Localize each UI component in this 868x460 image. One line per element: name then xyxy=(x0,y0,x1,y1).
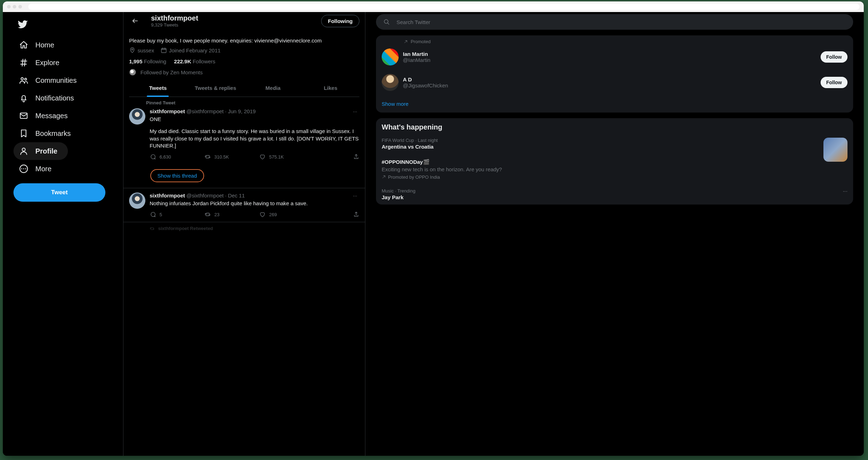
tweet-author-name[interactable]: sixthformpoet xyxy=(150,192,185,199)
people-icon xyxy=(19,76,28,85)
location: sussex xyxy=(129,47,154,53)
trend-item[interactable]: Music · Trending Jay Park ··· xyxy=(376,184,541,205)
nav-communities[interactable]: Communities xyxy=(13,71,115,89)
tweet-date[interactable]: Jun 9, 2019 xyxy=(228,108,255,114)
window-max-dot[interactable] xyxy=(18,5,22,8)
tweet-actions: 6,630 310.5K 575.1K xyxy=(150,154,359,160)
svg-point-5 xyxy=(21,168,22,169)
retweet-icon xyxy=(204,211,211,218)
mail-icon xyxy=(19,111,28,120)
followed-by[interactable]: Followed by Zen Moments xyxy=(129,69,359,76)
nav-more[interactable]: More xyxy=(13,160,115,178)
retweet-button[interactable]: 310.5K xyxy=(204,154,259,160)
promoted-arrow-icon xyxy=(382,175,386,179)
tweet-more-button[interactable]: ··· xyxy=(351,108,359,115)
tweet-count: 9,329 Tweets xyxy=(151,22,198,28)
svg-point-8 xyxy=(132,49,133,50)
nav-explore[interactable]: Explore xyxy=(13,54,115,71)
tweet-button[interactable]: Tweet xyxy=(13,183,105,202)
joined: Joined February 2011 xyxy=(161,47,221,53)
tweet-author-handle[interactable]: @sixthformpoet xyxy=(186,192,224,199)
heart-icon xyxy=(259,154,266,160)
nav-label: Explore xyxy=(35,59,59,67)
tweet-author-handle[interactable]: @sixthformpoet xyxy=(186,108,224,114)
browser-window: Home Explore Communities Notifications M… xyxy=(3,1,541,287)
whats-happening-title: What's happening xyxy=(376,118,541,133)
tab-replies[interactable]: Tweets & replies xyxy=(187,79,244,97)
suggestion-handle: @JigsawofChicken xyxy=(403,82,448,88)
nav-messages[interactable]: Messages xyxy=(13,107,115,125)
reply-button[interactable]: 6,630 xyxy=(150,154,204,160)
avatar xyxy=(382,74,399,91)
profile-bio: Please buy my book, I owe people money. … xyxy=(129,38,359,44)
window-min-dot[interactable] xyxy=(13,5,16,8)
tweet-date[interactable]: Dec 11 xyxy=(228,192,245,199)
window-close-dot[interactable] xyxy=(7,5,11,8)
follow-suggestion[interactable]: Ian Martin @IanMartin Follow xyxy=(376,44,541,70)
svg-point-7 xyxy=(25,168,26,169)
nav-profile[interactable]: Profile xyxy=(13,142,68,160)
more-icon xyxy=(19,164,28,173)
avatar xyxy=(382,48,399,65)
who-to-follow-panel: Promoted Ian Martin @IanMartin Follow A … xyxy=(376,35,541,113)
nav-home[interactable]: Home xyxy=(13,36,115,54)
tweet-text: ONE My dad died. Classic start to a funn… xyxy=(150,116,359,149)
retweet-icon xyxy=(204,154,211,160)
right-sidebar: Promoted Ian Martin @IanMartin Follow A … xyxy=(365,12,541,287)
search-box[interactable] xyxy=(376,14,541,30)
tab-likes[interactable]: Likes xyxy=(302,79,359,97)
nav-label: Home xyxy=(35,41,54,49)
tweet-author-name[interactable]: sixthformpoet xyxy=(150,108,185,114)
profile-tabs: Tweets Tweets & replies Media Likes xyxy=(129,79,359,97)
pinned-label-row: Pinned Tweet xyxy=(137,100,365,105)
nav-label: Communities xyxy=(35,76,77,85)
tweet-more-button[interactable]: ··· xyxy=(351,192,359,199)
tweet-actions: 5 23 269 xyxy=(150,211,359,218)
twitter-logo[interactable] xyxy=(13,15,115,36)
followers-stat[interactable]: 222.9K Followers xyxy=(174,58,215,64)
following-button[interactable]: Following xyxy=(321,15,359,27)
back-button[interactable] xyxy=(129,15,141,27)
suggestion-name: Ian Martin xyxy=(403,51,430,57)
reply-icon xyxy=(150,211,156,218)
tweet[interactable]: sixthformpoet @sixthformpoet · Dec 11 ··… xyxy=(123,188,365,222)
suggestion-name: A D xyxy=(403,76,448,82)
pinned-tweet[interactable]: sixthformpoet @sixthformpoet · Jun 9, 20… xyxy=(123,107,365,164)
show-thread-link[interactable]: Show this thread xyxy=(150,169,204,182)
follow-suggestion[interactable]: A D @JigsawofChicken Follow xyxy=(376,70,541,95)
search-input[interactable] xyxy=(397,19,541,25)
share-button[interactable] xyxy=(353,154,359,160)
location-icon xyxy=(129,47,135,53)
like-button[interactable]: 575.1K xyxy=(259,154,314,160)
share-icon xyxy=(353,154,359,160)
reply-icon xyxy=(150,154,156,160)
url-bar[interactable] xyxy=(28,4,541,10)
tweet-avatar[interactable] xyxy=(129,192,145,209)
pin-icon xyxy=(137,100,143,105)
show-more-link[interactable]: Show more xyxy=(376,95,541,113)
nav-bookmarks[interactable]: Bookmarks xyxy=(13,125,115,142)
tab-tweets[interactable]: Tweets xyxy=(129,79,187,97)
tweet-avatar[interactable] xyxy=(129,108,145,125)
share-button[interactable] xyxy=(353,211,359,218)
title-bar xyxy=(3,1,541,12)
sidebar: Home Explore Communities Notifications M… xyxy=(3,12,123,287)
nav-label: Messages xyxy=(35,112,68,120)
like-button[interactable]: 269 xyxy=(259,211,314,218)
svg-point-1 xyxy=(25,78,27,80)
trend-item[interactable]: #OPPOINNODay🎬 Exciting new tech is on th… xyxy=(376,154,541,184)
tab-media[interactable]: Media xyxy=(244,79,302,97)
retweet-button[interactable]: 23 xyxy=(204,211,259,218)
followed-by-avatar xyxy=(129,69,136,76)
profile-header: sixthformpoet 9,329 Tweets Following xyxy=(123,12,365,30)
heart-icon xyxy=(259,211,266,218)
profile-body: Please buy my book, I owe people money. … xyxy=(123,30,365,97)
nav-notifications[interactable]: Notifications xyxy=(13,89,115,107)
hash-icon xyxy=(19,58,28,67)
trend-item[interactable]: FIFA World Cup · Last night Argentina vs… xyxy=(376,133,541,154)
calendar-icon xyxy=(161,47,167,53)
bookmark-icon xyxy=(19,129,28,138)
home-icon xyxy=(19,40,28,50)
reply-button[interactable]: 5 xyxy=(150,211,204,218)
following-stat[interactable]: 1,995 Following xyxy=(129,58,166,64)
